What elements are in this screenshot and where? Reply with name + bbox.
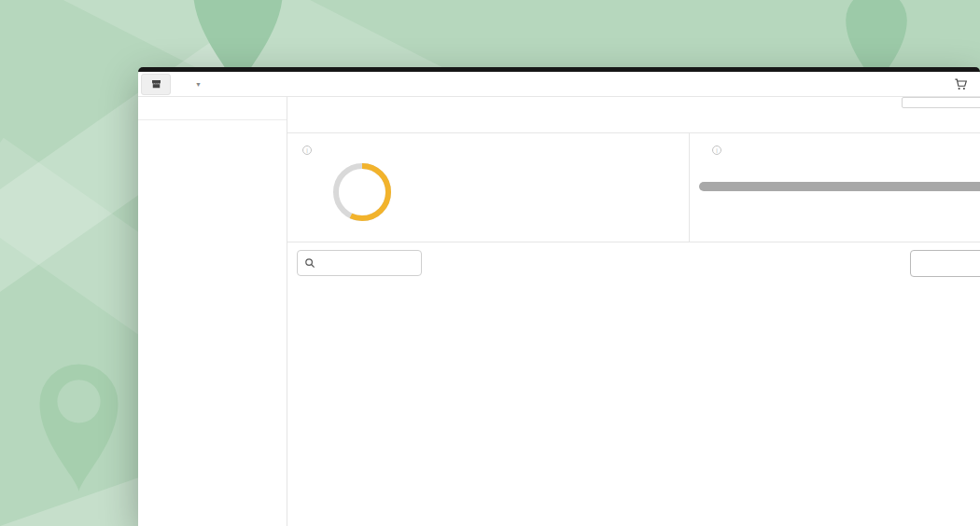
accuracy-bar [699, 182, 980, 191]
sidebar [138, 97, 287, 526]
info-icon[interactable]: i [712, 145, 721, 155]
sidebar-section-label [138, 97, 287, 120]
table-toolbar [287, 242, 980, 284]
search-input[interactable] [297, 250, 422, 276]
inaccurate-stat [848, 197, 980, 200]
date-range-selector[interactable] [902, 97, 980, 108]
search-icon [304, 257, 315, 269]
info-icon[interactable]: i [302, 145, 312, 155]
listing-score-card: i [287, 133, 690, 242]
cart-icon[interactable] [954, 77, 968, 91]
compare-by-source-select[interactable] [910, 250, 980, 277]
topbar: ▼ [138, 72, 980, 97]
listing-score-chart [445, 162, 679, 215]
account-caret-icon[interactable]: ▼ [195, 81, 202, 88]
app-window: ▼ i [138, 67, 980, 526]
accurate-stat [699, 197, 822, 200]
bg-pin-bottomleft [30, 356, 128, 497]
tab-bar [287, 111, 980, 133]
main-content: i i [287, 97, 980, 526]
table-header [287, 284, 980, 304]
storefront-menu-icon [151, 80, 161, 89]
listing-score-donut [330, 160, 394, 224]
menu-button[interactable] [141, 74, 171, 95]
accuracy-card: i [690, 133, 980, 242]
